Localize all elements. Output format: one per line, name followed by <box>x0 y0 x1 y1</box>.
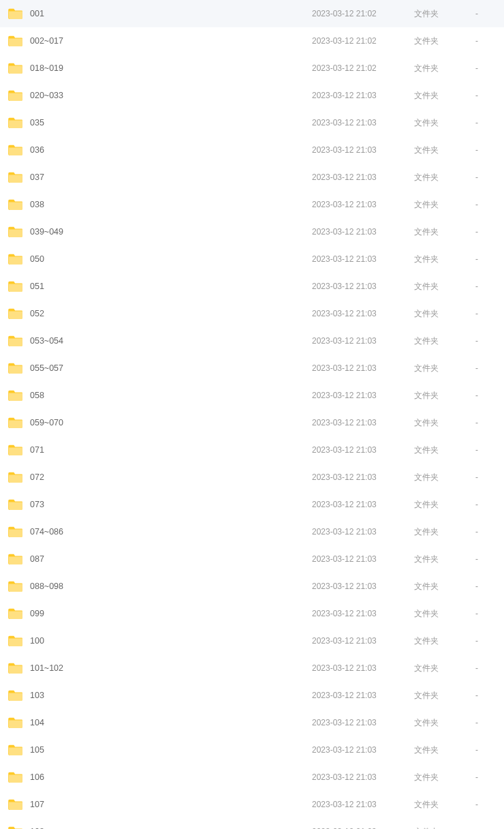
file-size-cell: - <box>475 91 496 100</box>
file-type-cell: 文件夹 <box>414 663 475 674</box>
file-type-cell: 文件夹 <box>414 417 475 429</box>
file-name-label: 038 <box>30 200 44 209</box>
file-size-cell: - <box>475 609 496 618</box>
file-name-label: 018~019 <box>30 63 63 73</box>
folder-icon <box>8 744 23 756</box>
file-row[interactable]: 0512023-03-12 21:03文件夹- <box>0 273 504 300</box>
file-size-cell: - <box>475 636 496 646</box>
file-date-cell: 2023-03-12 21:03 <box>312 445 414 455</box>
file-row[interactable]: 088~0982023-03-12 21:03文件夹- <box>0 573 504 600</box>
file-name-label: 039~049 <box>30 227 63 237</box>
file-size-cell: - <box>475 391 496 400</box>
file-row[interactable]: 101~1022023-03-12 21:03文件夹- <box>0 654 504 682</box>
file-name-label: 037 <box>30 172 44 182</box>
file-type-cell: 文件夹 <box>414 608 475 620</box>
file-name-label: 002~017 <box>30 36 63 46</box>
file-row[interactable]: 0712023-03-12 21:03文件夹- <box>0 436 504 464</box>
file-row[interactable]: 1042023-03-12 21:03文件夹- <box>0 709 504 736</box>
file-name-cell: 107 <box>8 798 312 811</box>
file-row[interactable]: 0582023-03-12 21:03文件夹- <box>0 382 504 409</box>
file-row[interactable]: 0382023-03-12 21:03文件夹- <box>0 191 504 218</box>
file-name-cell: 105 <box>8 744 312 756</box>
folder-icon <box>8 580 23 592</box>
file-name-label: 020~033 <box>30 91 63 100</box>
file-size-cell: - <box>475 663 496 673</box>
file-name-label: 053~054 <box>30 336 63 346</box>
file-row[interactable]: 1002023-03-12 21:03文件夹- <box>0 627 504 654</box>
file-name-label: 001 <box>30 9 44 18</box>
file-row[interactable]: 074~0862023-03-12 21:03文件夹- <box>0 518 504 545</box>
file-size-cell: - <box>475 9 496 18</box>
file-type-cell: 文件夹 <box>414 90 475 102</box>
file-date-cell: 2023-03-12 21:03 <box>312 582 414 591</box>
file-size-cell: - <box>475 800 496 809</box>
file-name-cell: 058 <box>8 389 312 402</box>
file-name-label: 035 <box>30 118 44 127</box>
file-row[interactable]: 0352023-03-12 21:03文件夹- <box>0 109 504 136</box>
file-type-cell: 文件夹 <box>414 744 475 756</box>
file-name-cell: 037 <box>8 171 312 183</box>
file-row[interactable]: 039~0492023-03-12 21:03文件夹- <box>0 218 504 245</box>
file-row[interactable]: 0502023-03-12 21:03文件夹- <box>0 245 504 273</box>
file-size-cell: - <box>475 472 496 482</box>
file-name-cell: 072 <box>8 471 312 483</box>
folder-icon <box>8 389 23 402</box>
file-row[interactable]: 0012023-03-12 21:02文件夹- <box>0 0 504 27</box>
file-date-cell: 2023-03-12 21:03 <box>312 772 414 782</box>
file-date-cell: 2023-03-12 21:03 <box>312 527 414 537</box>
file-row[interactable]: 0522023-03-12 21:03文件夹- <box>0 300 504 327</box>
file-row[interactable]: 0872023-03-12 21:03文件夹- <box>0 545 504 573</box>
file-size-cell: - <box>475 63 496 73</box>
file-date-cell: 2023-03-12 21:03 <box>312 691 414 700</box>
file-row[interactable]: 053~0542023-03-12 21:03文件夹- <box>0 327 504 355</box>
file-row[interactable]: 1062023-03-12 21:03文件夹- <box>0 764 504 791</box>
file-name-label: 107 <box>30 800 44 809</box>
file-type-cell: 文件夹 <box>414 145 475 156</box>
file-row[interactable]: 0372023-03-12 21:03文件夹- <box>0 164 504 191</box>
file-row[interactable]: 0992023-03-12 21:03文件夹- <box>0 600 504 627</box>
file-type-cell: 文件夹 <box>414 717 475 729</box>
file-size-cell: - <box>475 227 496 237</box>
file-name-cell: 099 <box>8 607 312 620</box>
folder-icon <box>8 253 23 265</box>
file-row[interactable]: 1052023-03-12 21:03文件夹- <box>0 736 504 764</box>
file-name-cell: 039~049 <box>8 226 312 238</box>
file-date-cell: 2023-03-12 21:03 <box>312 91 414 100</box>
file-row[interactable]: 0362023-03-12 21:03文件夹- <box>0 136 504 164</box>
file-date-cell: 2023-03-12 21:03 <box>312 227 414 237</box>
file-row[interactable]: 1032023-03-12 21:03文件夹- <box>0 682 504 709</box>
file-size-cell: - <box>475 772 496 782</box>
file-date-cell: 2023-03-12 21:03 <box>312 363 414 373</box>
file-name-cell: 108 <box>8 826 312 829</box>
file-size-cell: - <box>475 554 496 564</box>
file-row[interactable]: 0732023-03-12 21:03文件夹- <box>0 491 504 518</box>
file-size-cell: - <box>475 718 496 727</box>
file-row[interactable]: 1082023-03-12 21:03文件夹- <box>0 818 504 829</box>
folder-icon <box>8 607 23 620</box>
folder-icon <box>8 771 23 783</box>
folder-icon <box>8 662 23 674</box>
file-row[interactable]: 059~0702023-03-12 21:03文件夹- <box>0 409 504 436</box>
file-date-cell: 2023-03-12 21:03 <box>312 391 414 400</box>
file-size-cell: - <box>475 118 496 127</box>
file-row[interactable]: 020~0332023-03-12 21:03文件夹- <box>0 82 504 109</box>
file-row[interactable]: 055~0572023-03-12 21:03文件夹- <box>0 355 504 382</box>
file-date-cell: 2023-03-12 21:03 <box>312 254 414 264</box>
file-size-cell: - <box>475 363 496 373</box>
folder-icon <box>8 635 23 647</box>
file-name-cell: 001 <box>8 7 312 20</box>
file-type-cell: 文件夹 <box>414 799 475 811</box>
file-row[interactable]: 1072023-03-12 21:03文件夹- <box>0 791 504 818</box>
file-size-cell: - <box>475 500 496 509</box>
folder-icon <box>8 35 23 47</box>
folder-icon <box>8 335 23 347</box>
file-type-cell: 文件夹 <box>414 772 475 783</box>
file-row[interactable]: 018~0192023-03-12 21:02文件夹- <box>0 55 504 82</box>
file-name-label: 059~070 <box>30 418 63 427</box>
file-row[interactable]: 002~0172023-03-12 21:02文件夹- <box>0 27 504 55</box>
file-name-label: 101~102 <box>30 663 63 673</box>
file-size-cell: - <box>475 172 496 182</box>
file-type-cell: 文件夹 <box>414 308 475 320</box>
file-date-cell: 2023-03-12 21:03 <box>312 418 414 427</box>
file-row[interactable]: 0722023-03-12 21:03文件夹- <box>0 464 504 491</box>
